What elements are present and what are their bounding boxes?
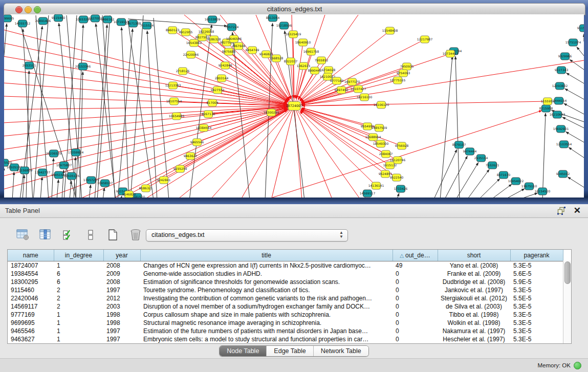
cell-title[interactable]: Investigating the contribution of common… xyxy=(140,294,393,302)
cell-year[interactable]: 1997 xyxy=(103,335,140,343)
cell-out_de[interactable]: 0 xyxy=(393,335,438,343)
network-node[interactable]: 9474444 xyxy=(463,148,477,155)
table-row[interactable]: 2242004622012Investigating the contribut… xyxy=(8,294,563,302)
citation-edge-black[interactable] xyxy=(130,15,143,198)
network-node[interactable]: 9242841 xyxy=(157,177,171,184)
column-header-name[interactable]: name xyxy=(8,250,54,261)
network-node[interactable]: 7955812 xyxy=(315,57,329,64)
cell-name[interactable]: 18300295 xyxy=(8,278,54,286)
citation-edge-red[interactable] xyxy=(302,101,548,106)
cell-out_de[interactable]: 49 xyxy=(393,261,438,270)
network-node[interactable]: 8322037 xyxy=(284,58,298,65)
cell-in_degree[interactable]: 1 xyxy=(54,327,103,335)
citation-edge-red[interactable] xyxy=(271,106,294,198)
cell-pagerank[interactable]: 5.3E-5 xyxy=(510,335,563,343)
network-node[interactable]: 9245012 xyxy=(556,170,570,178)
network-node[interactable]: 6734028 xyxy=(322,67,336,74)
network-node[interactable]: 1568528 xyxy=(270,55,284,62)
network-node[interactable]: 14569117 xyxy=(360,190,376,197)
network-node[interactable]: 9777169 xyxy=(330,77,344,84)
citation-edge-red[interactable] xyxy=(301,81,337,102)
citation-edge-black[interactable] xyxy=(562,117,584,128)
select-columns-icon[interactable] xyxy=(60,227,76,243)
network-node[interactable]: 7450935 xyxy=(400,63,414,70)
cell-pagerank[interactable]: 5.3E-5 xyxy=(510,311,563,319)
citation-edge-red[interactable] xyxy=(266,111,542,198)
network-node[interactable]: 14055712 xyxy=(15,20,31,27)
cell-in_degree[interactable]: 2 xyxy=(54,302,103,311)
network-node[interactable]: 9227343 xyxy=(555,67,569,74)
cell-pagerank[interactable]: 5.3E-5 xyxy=(510,286,563,294)
network-node[interactable]: 10688914 xyxy=(365,134,381,141)
citation-edge-black[interactable] xyxy=(89,185,91,198)
vertical-scrollbar[interactable] xyxy=(563,260,571,343)
network-node[interactable]: 8960123 xyxy=(166,27,180,34)
citation-edge-red[interactable] xyxy=(300,111,376,186)
network-node[interactable]: 8471670 xyxy=(497,171,511,179)
network-node[interactable]: 8186321 xyxy=(139,185,153,192)
cell-year[interactable]: 2012 xyxy=(103,294,140,302)
cell-title[interactable]: Disruption of a novel member of a sodium… xyxy=(140,302,393,311)
cell-name[interactable]: 9115460 xyxy=(8,286,54,294)
column-header-out_de[interactable]: △out_de… xyxy=(393,250,438,261)
cell-title[interactable]: Estimation of the future numbers of pati… xyxy=(140,327,393,335)
citation-edge-black[interactable] xyxy=(564,103,584,114)
network-node[interactable]: 16106120 xyxy=(374,101,389,108)
cell-name[interactable]: 9699695 xyxy=(8,319,54,327)
cell-title[interactable]: Genome-wide association studies in ADHD. xyxy=(140,270,393,278)
citation-edge-black[interactable] xyxy=(542,113,546,198)
network-node[interactable]: 11548408 xyxy=(382,27,398,34)
network-node[interactable]: 9522540 xyxy=(390,174,404,181)
cell-pagerank[interactable]: 5.3E-5 xyxy=(510,327,563,335)
network-node[interactable]: 9329966 xyxy=(558,53,572,60)
citation-edge-black[interactable] xyxy=(570,59,584,70)
cell-year[interactable]: 2003 xyxy=(103,302,140,311)
cell-short[interactable]: Franke et al. (2009) xyxy=(438,270,510,278)
table-selector-combobox[interactable]: citations_edges.txt ▲▼ xyxy=(146,229,348,242)
table-row[interactable]: 977716911998Corpus callosum shape and si… xyxy=(8,311,563,319)
tab-edge-table[interactable]: Edge Table xyxy=(267,346,313,356)
citation-edge-black[interactable] xyxy=(568,177,584,187)
network-node[interactable]: 18724007 xyxy=(286,102,302,111)
table-row[interactable]: 1456911722003Disruption of a novel membe… xyxy=(8,302,563,311)
tab-network-table[interactable]: Network Table xyxy=(314,346,368,356)
cell-out_de[interactable]: 0 xyxy=(393,319,438,327)
network-node[interactable]: 15751074 xyxy=(565,39,581,46)
citation-edge-red[interactable] xyxy=(225,65,288,102)
cell-in_degree[interactable]: 2 xyxy=(54,286,103,294)
network-node[interactable]: 18216100 xyxy=(357,94,373,101)
column-header-short[interactable]: short xyxy=(438,250,510,261)
network-node[interactable]: 18107554 xyxy=(166,98,182,105)
citation-edge-black[interactable] xyxy=(433,149,457,198)
citation-edge-black[interactable] xyxy=(95,25,107,198)
network-node[interactable]: 9465546 xyxy=(190,139,204,146)
network-node[interactable]: 17359924 xyxy=(68,149,84,156)
cell-in_degree[interactable]: 2 xyxy=(54,294,103,302)
network-node[interactable]: 9699695 xyxy=(4,15,14,22)
cell-in_degree[interactable]: 1 xyxy=(54,261,103,270)
cell-year[interactable]: 1998 xyxy=(103,319,140,327)
network-node[interactable]: 16543862 xyxy=(186,39,202,47)
cell-title[interactable]: Estimation of significance thresholds fo… xyxy=(140,278,393,286)
cell-in_degree[interactable]: 6 xyxy=(54,278,103,286)
citation-edge-red[interactable] xyxy=(294,106,361,198)
network-node[interactable]: 7632621 xyxy=(486,162,499,169)
citation-edge-black[interactable] xyxy=(57,180,58,198)
citation-edge-red[interactable] xyxy=(4,106,294,149)
cell-name[interactable]: 14569117 xyxy=(8,302,54,311)
cell-short[interactable]: Jankovic et al. (1997) xyxy=(438,286,510,294)
show-columns-icon[interactable] xyxy=(38,227,53,243)
network-node[interactable]: 2718126 xyxy=(176,68,190,75)
citation-edge-red[interactable] xyxy=(302,97,364,105)
network-node[interactable]: 20206535 xyxy=(46,150,62,157)
network-node[interactable]: 9756928 xyxy=(395,142,409,149)
cell-name[interactable]: 9777169 xyxy=(8,311,54,319)
column-header-year[interactable]: year xyxy=(103,250,140,261)
citation-edge-black[interactable] xyxy=(96,24,116,198)
cell-out_de[interactable]: 0 xyxy=(393,302,438,311)
cell-short[interactable]: Stergiakouli et al. (2012) xyxy=(438,294,510,302)
table-row[interactable]: 911546021997Tourette syndrome. Phenomeno… xyxy=(8,286,563,294)
table-settings-icon[interactable] xyxy=(15,227,31,243)
network-node[interactable]: 13942737 xyxy=(35,169,51,176)
cell-title[interactable]: Corpus callosum shape and size in male p… xyxy=(140,311,393,319)
